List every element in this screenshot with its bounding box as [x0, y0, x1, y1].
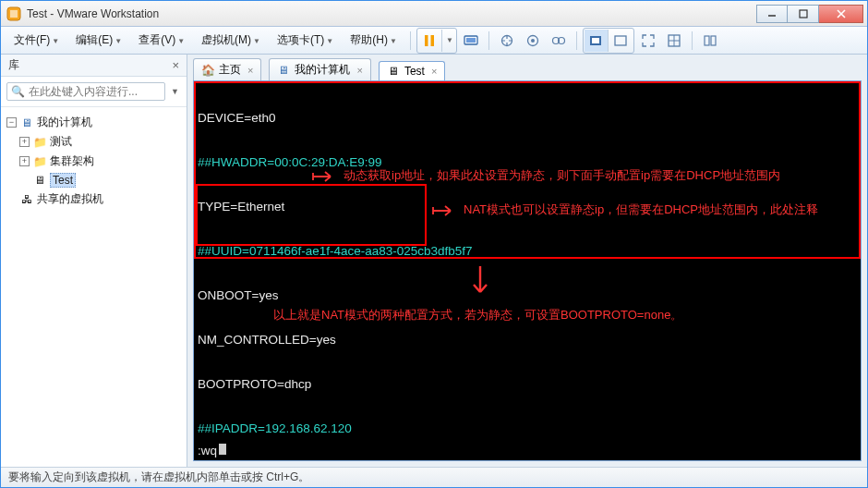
svg-rect-17 [615, 36, 626, 45]
tree-label: 我的计算机 [37, 115, 92, 130]
tab-home[interactable]: 🏠 主页 × [193, 58, 261, 80]
svg-rect-19 [705, 36, 709, 45]
svg-rect-20 [711, 36, 716, 45]
search-icon: 🔍 [11, 85, 25, 98]
snapshot-manager-button[interactable] [547, 30, 571, 52]
vm-icon: 🖥 [387, 65, 400, 78]
term-line: DEVICE=eth0 [194, 111, 861, 126]
main-area: 库 × 🔍 ▼ − 🖥 我的计算机 + 📁 测试 + 📁 [1, 55, 867, 467]
folder-icon: 📁 [33, 136, 46, 149]
svg-rect-7 [431, 35, 435, 46]
arrow-icon [312, 170, 340, 183]
svg-rect-16 [592, 38, 599, 43]
tree-node-shared[interactable]: + 🖧 共享的虚拟机 [5, 189, 183, 209]
vm-control-group: ▼ [416, 28, 457, 54]
statusbar: 要将输入定向到该虚拟机，请在虚拟机内部单击或按 Ctrl+G。 [1, 467, 867, 487]
window-titlebar: Test - VMware Workstation [1, 1, 867, 27]
arrow-down-icon [471, 264, 489, 301]
close-button[interactable] [819, 5, 863, 23]
seamless-button[interactable] [662, 30, 686, 52]
tab-close[interactable]: × [356, 65, 362, 76]
window-controls [756, 5, 863, 23]
tree-toggle[interactable]: − [6, 117, 17, 128]
term-line: BOOTPROTO=dhcp [194, 377, 861, 392]
tab-label: 我的计算机 [295, 62, 350, 78]
annotation-text-2: NAT模式也可以设置静态ip，但需要在DHCP地址范围内，此处注释 [464, 201, 818, 218]
menu-file[interactable]: 文件(F)▼ [6, 30, 66, 51]
tabbar: 🏠 主页 × 🖥 我的计算机 × 🖥 Test × [187, 55, 867, 80]
unity-view-button[interactable] [585, 30, 609, 52]
tab-label: 主页 [219, 62, 241, 78]
view-group [583, 28, 634, 54]
sidebar-header: 库 × [1, 55, 187, 77]
send-keys-button[interactable] [459, 30, 483, 52]
sidebar-tree: − 🖥 我的计算机 + 📁 测试 + 📁 集群架构 + 🖥 Test + [1, 107, 187, 467]
console-view-button[interactable] [609, 30, 633, 52]
arrow-icon [432, 204, 460, 217]
snapshot-button[interactable] [495, 30, 519, 52]
maximize-button[interactable] [788, 5, 819, 23]
vm-icon: 🖥 [33, 174, 46, 187]
sidebar-search[interactable]: 🔍 [6, 82, 165, 101]
term-line: ##IPADDR=192.168.62.120 [194, 421, 861, 436]
search-input[interactable] [29, 85, 161, 98]
shared-icon: 🖧 [20, 193, 33, 206]
menubar: 文件(F)▼ 编辑(E)▼ 查看(V)▼ 虚拟机(M)▼ 选项卡(T)▼ 帮助(… [1, 27, 867, 55]
status-text: 要将输入定向到该虚拟机，请在虚拟机内部单击或按 Ctrl+G。 [8, 470, 309, 485]
folder-icon: 📁 [33, 155, 46, 168]
snapshot-take-button[interactable] [521, 30, 545, 52]
svg-rect-1 [10, 10, 18, 18]
term-line: ONBOOT=yes [194, 288, 861, 303]
tree-toggle[interactable]: + [19, 137, 30, 147]
tree-node-cluster[interactable]: + 📁 集群架构 [5, 152, 183, 171]
tree-node-test1[interactable]: + 📁 测试 [5, 132, 183, 152]
tab-label: Test [404, 65, 425, 78]
annotation-text-1: 动态获取ip地址，如果此处设置为静态，则下面手动配置ip需要在DHCP地址范围内 [344, 167, 780, 184]
annotation-text-3: 以上就是NAT模式的两种配置方式，若为静态，可设置BOOTPROTO=none。 [273, 307, 682, 323]
tree-node-test-vm[interactable]: + 🖥 Test [5, 171, 183, 189]
sidebar-close-button[interactable]: × [172, 58, 179, 72]
tree-label: Test [50, 173, 76, 188]
app-icon [6, 6, 21, 21]
minimize-button[interactable] [756, 5, 788, 23]
monitor-icon: 🖥 [277, 64, 290, 77]
svg-rect-3 [800, 10, 807, 18]
pause-vm-button[interactable] [418, 30, 442, 52]
tab-mypc[interactable]: 🖥 我的计算机 × [269, 58, 370, 80]
menu-edit[interactable]: 编辑(E)▼ [68, 30, 129, 51]
home-icon: 🏠 [201, 64, 214, 77]
menu-help[interactable]: 帮助(H)▼ [343, 30, 404, 51]
menu-vm[interactable]: 虚拟机(M)▼ [194, 30, 268, 51]
tree-node-mycomputer[interactable]: − 🖥 我的计算机 [5, 113, 183, 132]
svg-point-12 [531, 39, 535, 43]
menu-view[interactable]: 查看(V)▼ [131, 30, 192, 51]
tab-test[interactable]: 🖥 Test × [379, 61, 445, 80]
tab-close[interactable]: × [247, 65, 253, 76]
sidebar: 库 × 🔍 ▼ − 🖥 我的计算机 + 📁 测试 + 📁 [1, 55, 187, 467]
terminal-viewport[interactable]: DEVICE=eth0 ##HWADDR=00:0C:29:DA:E9:99 T… [193, 80, 862, 461]
terminal-content: DEVICE=eth0 ##HWADDR=00:0C:29:DA:E9:99 T… [194, 81, 861, 460]
search-dropdown[interactable]: ▼ [169, 87, 181, 96]
tree-label: 集群架构 [50, 153, 94, 169]
window-title: Test - VMware Workstation [27, 7, 756, 20]
svg-rect-9 [466, 38, 476, 43]
tree-toggle[interactable]: + [19, 156, 30, 166]
library-button[interactable] [698, 30, 722, 52]
svg-rect-6 [425, 35, 428, 46]
separator [576, 31, 577, 50]
terminal-prompt: :wq [198, 444, 226, 458]
sidebar-search-row: 🔍 ▼ [1, 77, 187, 107]
vm-control-dropdown[interactable]: ▼ [442, 30, 455, 52]
separator [410, 31, 411, 50]
fullscreen-button[interactable] [636, 30, 660, 52]
tree-label: 测试 [50, 134, 72, 150]
monitor-icon: 🖥 [20, 116, 33, 129]
tab-close[interactable]: × [431, 66, 437, 77]
separator [692, 31, 693, 50]
menu-tabs[interactable]: 选项卡(T)▼ [270, 30, 341, 51]
term-line: NM_CONTROLLED=yes [194, 333, 861, 348]
separator [488, 31, 489, 50]
sidebar-title: 库 [8, 57, 19, 73]
content: 🏠 主页 × 🖥 我的计算机 × 🖥 Test × DEVICE=eth0 ##… [187, 55, 867, 467]
tree-label: 共享的虚拟机 [37, 191, 103, 207]
